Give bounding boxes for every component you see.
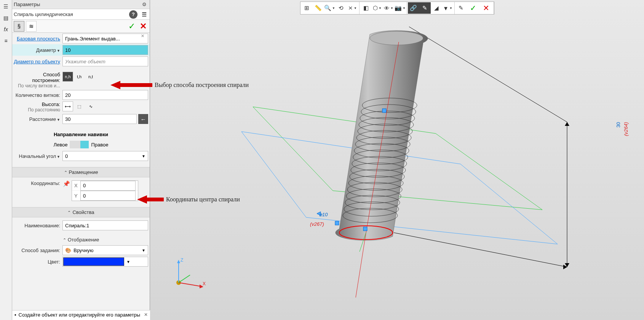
turns-field[interactable] — [62, 90, 148, 100]
reject-icon[interactable]: ✕ — [480, 2, 493, 14]
svg-marker-5 — [565, 122, 569, 126]
winding-left-label: Левое — [53, 142, 67, 148]
scene-svg — [150, 0, 644, 320]
axis-y-label: Y — [74, 193, 80, 199]
viewport-3d[interactable]: ⊞ 📏 🔍▼ ⟲ ⨯▼ ◧ ⬡▼ 👁▼ 📷▼ 🔗 ✎ ◢ ▼▼ ✎ ✓ ✕ — [150, 0, 644, 320]
height-opt-1[interactable]: ⟷ — [62, 101, 73, 111]
tree-toggle-icon[interactable]: ☰ — [140, 11, 148, 18]
build-opt-nt[interactable]: n,t — [85, 72, 96, 82]
pin-icon[interactable]: 📌 — [62, 180, 70, 187]
coord-y-field[interactable] — [80, 191, 136, 201]
annotation-coords: Координаты центра спирали — [137, 195, 240, 204]
axis-x-label: X — [74, 183, 80, 188]
diameter-label[interactable]: Диаметр▼ — [14, 47, 62, 53]
apply-button[interactable]: ✓ — [127, 21, 137, 31]
gear-icon[interactable]: ⚙ — [141, 2, 148, 7]
status-close[interactable]: ✕ — [144, 312, 148, 317]
form-area: Базовая плоскость ✕ Диаметр▼ Диаметр по … — [12, 33, 150, 320]
panel-subheader: Спираль цилиндрическая ? ☰ — [12, 9, 150, 20]
spiral-tab-1[interactable]: § — [14, 21, 24, 32]
annotation-build: Выбор способа построения спирали — [110, 80, 249, 90]
tree-icon[interactable]: ☰ — [1, 2, 11, 11]
cube-icon[interactable]: ◧ — [360, 2, 372, 14]
cancel-button[interactable]: ✕ — [138, 21, 148, 31]
annotation-coords-text: Координаты центра спирали — [166, 196, 240, 203]
svg-marker-37 — [177, 260, 180, 263]
base-plane-label[interactable]: Базовая плоскость — [14, 36, 62, 42]
axis-indicator: Z X — [173, 254, 207, 289]
annotation-build-text: Выбор способа построения спирали — [155, 82, 249, 88]
svg-rect-33 — [363, 227, 367, 231]
name-field[interactable] — [62, 220, 148, 230]
help-icon[interactable]: ? — [129, 10, 137, 19]
layers-icon[interactable]: ◢ — [431, 2, 442, 14]
dim-ref2: (v264) — [623, 122, 629, 136]
height-opt-2[interactable]: ⬚ — [74, 101, 85, 111]
diameter-obj-label[interactable]: Диаметр по объекту — [14, 59, 62, 64]
svg-text:X: X — [203, 281, 206, 286]
color-dropdown[interactable]: ▼ — [62, 257, 148, 267]
scale-icon[interactable]: ⊞ — [301, 2, 313, 14]
mode-dropdown[interactable]: 🎨 Вручную ▼ — [62, 245, 148, 255]
properties-section-header[interactable]: Свойства — [12, 207, 150, 217]
svg-text:Z: Z — [181, 257, 183, 263]
build-opt-nh[interactable]: n,h — [62, 72, 73, 82]
name-label: Наименование: — [14, 223, 62, 228]
clear-base-plane[interactable]: ✕ — [141, 34, 144, 39]
svg-line-42 — [179, 275, 190, 283]
panel-title: Параметры — [14, 2, 141, 7]
spiral-tab-2[interactable]: ≋ — [26, 21, 37, 32]
reverse-direction-button[interactable]: ← — [138, 114, 148, 124]
filter-icon[interactable]: ▼▼ — [442, 2, 454, 14]
dim-height: 30 — [615, 122, 621, 127]
left-toolbar: ☰ ▤ fx ≡ — [0, 0, 12, 320]
start-angle-field[interactable]: 0 ▼ — [62, 151, 148, 161]
hide-icon[interactable]: 👁▼ — [383, 2, 395, 14]
svg-line-29 — [356, 233, 366, 297]
panel-tabs: § ≋ ✓ ✕ — [12, 20, 150, 33]
diameter-field[interactable] — [62, 45, 148, 55]
start-angle-label[interactable]: Начальный угол▼ — [14, 153, 62, 159]
menu-icon[interactable]: ≡ — [1, 36, 11, 46]
panel-header: Параметры ⚙ — [12, 0, 150, 9]
svg-point-8 — [370, 31, 423, 45]
axes-icon[interactable]: ⨯▼ — [347, 2, 358, 14]
dim-ref1: (v267) — [310, 221, 324, 227]
build-opt-th[interactable]: t,h — [74, 72, 85, 82]
zoom-icon[interactable]: 🔍▼ — [324, 2, 336, 14]
height-label: Высота: — [14, 101, 60, 107]
wireframe-icon[interactable]: ⬡▼ — [372, 2, 383, 14]
status-bar: ▪ Создайте объект или отредактируйте его… — [12, 310, 150, 320]
distance-field[interactable] — [62, 114, 137, 124]
display-section-header[interactable]: Отображение — [12, 235, 150, 244]
fx-icon[interactable]: fx — [1, 24, 11, 34]
list-icon[interactable]: ▤ — [1, 13, 11, 23]
placement-section-header[interactable]: Размещение — [12, 167, 150, 177]
diameter-obj-field[interactable] — [62, 56, 148, 66]
color-label: Цвет: — [14, 259, 62, 265]
svg-line-39 — [179, 283, 201, 286]
camera-icon[interactable]: 📷▼ — [395, 2, 406, 14]
confirm-icon[interactable]: ✓ — [467, 2, 480, 14]
height-opt-3[interactable]: ∿ — [85, 101, 96, 111]
turns-label: Количество витков: — [14, 92, 62, 98]
status-text: Создайте объект или отредактируйте его п… — [19, 312, 141, 318]
winding-title: Направление навивки — [12, 130, 150, 139]
link-icon[interactable]: 🔗 — [408, 2, 419, 14]
svg-marker-43 — [110, 81, 152, 89]
coord-x-field[interactable] — [80, 181, 136, 191]
eyedropper-icon[interactable]: ✎ — [455, 2, 467, 14]
color-swatch — [63, 257, 124, 266]
height-sublabel: По расстоянию — [14, 107, 60, 113]
winding-toggle[interactable] — [67, 141, 91, 148]
annotate-icon[interactable]: ✎ — [419, 2, 431, 14]
operation-title: Спираль цилиндрическая — [14, 11, 129, 17]
base-plane-field[interactable] — [62, 34, 148, 43]
distance-label[interactable]: Расстояние▼ — [14, 116, 62, 122]
ruler-icon[interactable]: 📏 — [313, 2, 324, 14]
svg-rect-31 — [382, 109, 386, 113]
view-toolbar: ⊞ 📏 🔍▼ ⟲ ⨯▼ ◧ ⬡▼ 👁▼ 📷▼ 🔗 ✎ ◢ ▼▼ ✎ ✓ ✕ — [300, 2, 494, 14]
orbit-icon[interactable]: ⟲ — [336, 2, 347, 14]
svg-line-7 — [409, 27, 567, 122]
build-sublabel: По числу витков и... — [14, 83, 60, 88]
